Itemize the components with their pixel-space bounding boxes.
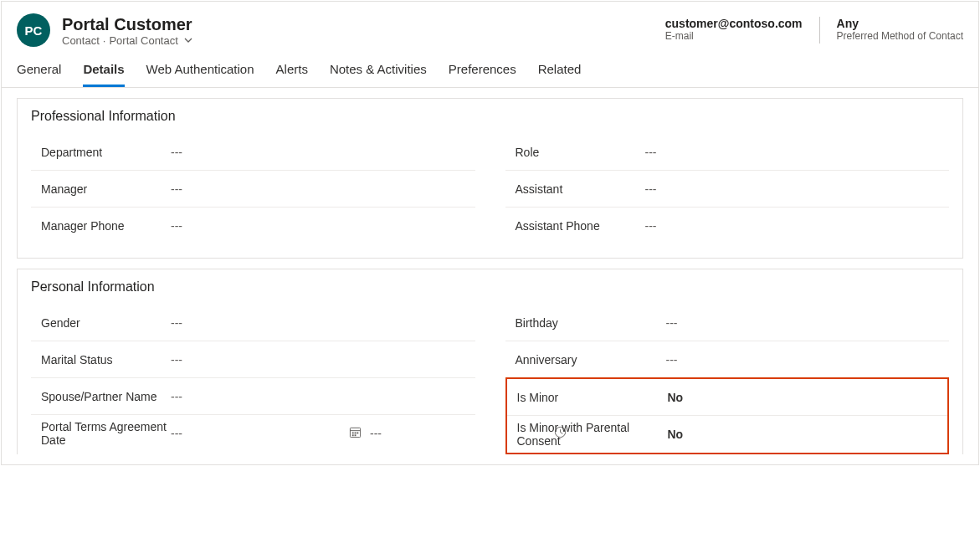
- header-contact-method-cell[interactable]: Any Preferred Method of Contact: [837, 17, 963, 42]
- value-assistant: ---: [645, 182, 948, 196]
- tabs-row: General Details Web Authentication Alert…: [17, 62, 581, 87]
- header-email-label: E-mail: [665, 30, 803, 42]
- label-spouse-partner-name: Spouse/Partner Name: [33, 390, 171, 403]
- form-name: Portal Contact: [109, 34, 177, 47]
- chevron-down-icon[interactable]: [182, 36, 192, 45]
- value-is-minor: No: [668, 391, 947, 404]
- page-subtitle[interactable]: Contact · Portal Contact: [62, 34, 192, 47]
- tab-notes-activities[interactable]: Notes & Activities: [330, 62, 427, 87]
- section-professional-information: Professional Information Department --- …: [17, 98, 963, 259]
- svg-rect-2: [352, 433, 354, 434]
- value-portal-terms-time: ---: [370, 427, 403, 440]
- page-header: PC Portal Customer Contact · Portal Cont…: [2, 2, 978, 88]
- label-role: Role: [507, 146, 645, 159]
- header-email-cell[interactable]: customer@contoso.com E-mail: [665, 17, 803, 42]
- label-is-minor: Is Minor: [509, 391, 668, 404]
- tab-general[interactable]: General: [17, 62, 61, 87]
- value-anniversary: ---: [666, 353, 948, 366]
- tab-related[interactable]: Related: [538, 62, 582, 87]
- value-manager-phone: ---: [171, 219, 474, 233]
- tab-web-authentication[interactable]: Web Authentication: [146, 62, 254, 87]
- page-title: Portal Customer: [62, 14, 192, 34]
- value-is-minor-with-parental-consent: No: [668, 428, 947, 441]
- tab-preferences[interactable]: Preferences: [449, 62, 516, 87]
- header-email-value: customer@contoso.com: [665, 17, 803, 30]
- field-birthday[interactable]: Birthday ---: [505, 305, 950, 341]
- header-contact-label: Preferred Method of Contact: [837, 30, 963, 42]
- label-is-minor-with-parental-consent: Is Minor with Parental Consent: [509, 421, 668, 448]
- label-assistant-phone: Assistant Phone: [507, 219, 645, 233]
- section-title-professional: Professional Information: [31, 109, 949, 124]
- svg-rect-3: [355, 433, 357, 434]
- header-contact-value: Any: [837, 17, 963, 30]
- label-birthday: Birthday: [507, 316, 666, 330]
- entity-name: Contact: [62, 34, 100, 47]
- label-anniversary: Anniversary: [507, 353, 666, 366]
- tab-details[interactable]: Details: [83, 62, 124, 87]
- avatar: PC: [17, 13, 50, 47]
- svg-rect-5: [352, 434, 354, 436]
- minor-fields-highlight: Is Minor No Is Minor with Parental Conse…: [505, 377, 950, 454]
- field-manager[interactable]: Manager ---: [31, 171, 475, 208]
- section-title-personal: Personal Information: [31, 279, 949, 295]
- field-gender[interactable]: Gender ---: [31, 305, 475, 341]
- label-department: Department: [33, 146, 171, 159]
- field-spouse-partner-name[interactable]: Spouse/Partner Name ---: [31, 378, 475, 415]
- label-manager: Manager: [33, 182, 171, 196]
- field-is-minor-with-parental-consent[interactable]: Is Minor with Parental Consent No: [507, 416, 948, 453]
- value-marital-status: ---: [171, 353, 474, 366]
- field-marital-status[interactable]: Marital Status ---: [31, 341, 475, 378]
- value-department: ---: [171, 146, 474, 159]
- label-marital-status: Marital Status: [33, 353, 171, 366]
- dot-separator: ·: [103, 34, 106, 47]
- header-divider: [819, 17, 820, 44]
- value-assistant-phone: ---: [645, 219, 948, 233]
- svg-rect-6: [355, 434, 357, 436]
- value-gender: ---: [171, 316, 474, 330]
- field-department[interactable]: Department ---: [31, 134, 475, 171]
- value-role: ---: [645, 146, 948, 159]
- field-assistant[interactable]: Assistant ---: [505, 171, 950, 208]
- field-role[interactable]: Role ---: [505, 134, 950, 171]
- label-assistant: Assistant: [507, 182, 645, 196]
- value-birthday: ---: [666, 316, 948, 330]
- field-portal-terms-agreement-date[interactable]: Portal Terms Agreement Date --- ---: [31, 415, 475, 452]
- field-manager-phone[interactable]: Manager Phone ---: [31, 208, 475, 244]
- label-portal-terms-agreement-date: Portal Terms Agreement Date: [33, 420, 171, 447]
- calendar-icon[interactable]: [349, 426, 362, 441]
- tab-alerts[interactable]: Alerts: [276, 62, 308, 87]
- value-manager: ---: [171, 182, 474, 196]
- field-assistant-phone[interactable]: Assistant Phone ---: [505, 208, 950, 244]
- field-is-minor[interactable]: Is Minor No: [507, 379, 948, 416]
- section-personal-information: Personal Information Gender --- Marital …: [17, 269, 963, 454]
- field-anniversary[interactable]: Anniversary ---: [505, 341, 950, 378]
- label-gender: Gender: [33, 316, 171, 330]
- label-manager-phone: Manager Phone: [33, 219, 171, 233]
- svg-rect-4: [357, 433, 358, 434]
- value-spouse-partner-name: ---: [171, 390, 474, 403]
